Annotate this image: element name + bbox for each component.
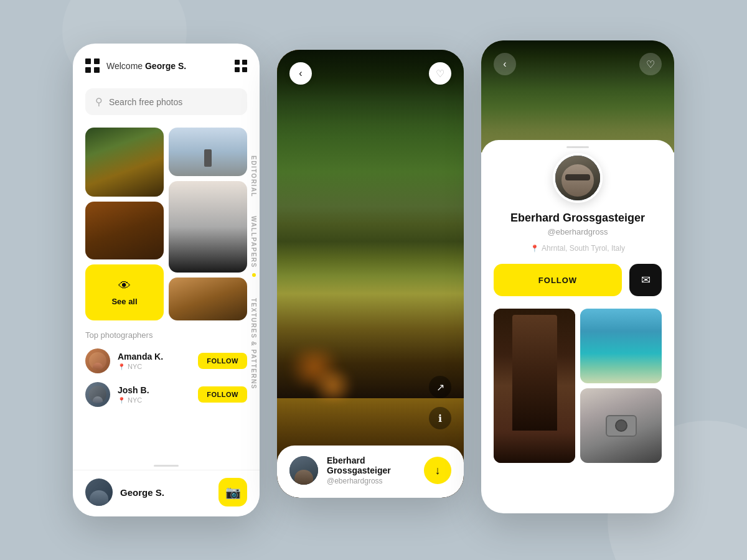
vertical-category-labels: EDITORIAL WALLPAPERS TEXTURES & PATTERNS bbox=[250, 156, 260, 390]
heart-icon: ♡ bbox=[436, 68, 444, 80]
section-title: Top photographers bbox=[85, 330, 247, 340]
search-icon: ⚲ bbox=[95, 96, 103, 108]
phone-photo-detail: ‹ ♡ ↗ ℹ Eberhard bbox=[277, 50, 464, 498]
photographer-location-1: 📍 NYC bbox=[118, 363, 190, 370]
back-icon: ‹ bbox=[299, 68, 302, 79]
message-icon: ✉ bbox=[641, 273, 651, 287]
eye-icon: 👁 bbox=[118, 279, 131, 293]
profile-avatar bbox=[553, 153, 603, 203]
top-photographers-section: Top photographers Amanda K. 📍 NYC bbox=[73, 320, 260, 423]
favorite-button[interactable]: ♡ bbox=[429, 62, 451, 85]
search-bar[interactable]: ⚲ bbox=[85, 88, 247, 115]
follow-button-1[interactable]: FOLLOW bbox=[198, 353, 247, 369]
welcome-text: Welcome George S. bbox=[106, 61, 186, 71]
phone-home: Welcome George S. ⚲ 👁 See all bbox=[73, 44, 260, 516]
profile-handle: @eberhardgross bbox=[494, 227, 662, 236]
profile-follow-button[interactable]: FOLLOW bbox=[494, 264, 622, 296]
pin-icon-2: 📍 bbox=[118, 397, 125, 404]
photos-col-right bbox=[169, 128, 247, 320]
category-editorial[interactable]: EDITORIAL bbox=[250, 156, 257, 197]
grid-menu-button[interactable] bbox=[235, 60, 247, 72]
download-icon: ↓ bbox=[435, 464, 441, 477]
photographer-avatar-1 bbox=[85, 348, 110, 373]
photo-bg: ‹ ♡ ↗ ℹ Eberhard bbox=[277, 50, 464, 498]
phone-profile: ‹ ♡ bbox=[481, 40, 674, 513]
profile-actions: FOLLOW ✉ bbox=[494, 264, 662, 296]
author-avatar bbox=[289, 456, 318, 485]
location-pin-icon: 📍 bbox=[530, 245, 539, 253]
profile-photos-grid bbox=[494, 309, 662, 468]
back-button[interactable]: ‹ bbox=[289, 62, 312, 85]
camera-button[interactable]: 📷 bbox=[218, 478, 247, 506]
heart-icon: ♡ bbox=[646, 58, 655, 70]
author-name: Eberhard Grossgasteiger bbox=[327, 455, 415, 475]
photo-city[interactable] bbox=[169, 278, 247, 320]
profile-content: Eberhard Grossgasteiger @eberhardgross 📍… bbox=[481, 140, 674, 480]
user-avatar bbox=[85, 478, 113, 506]
logo: Welcome George S. bbox=[85, 58, 186, 73]
photographer-info-1: Amanda K. 📍 NYC bbox=[118, 352, 190, 370]
photographer-location-2: 📍 NYC bbox=[118, 396, 190, 404]
photo-forest[interactable] bbox=[85, 128, 164, 197]
author-info: Eberhard Grossgasteiger @eberhardgross bbox=[327, 455, 415, 485]
profile-name: Eberhard Grossgasteiger bbox=[494, 212, 662, 225]
photos-col-left: 👁 See all bbox=[85, 128, 164, 320]
profile-location: 📍 Ahrntal, South Tyrol, Italy bbox=[494, 244, 662, 253]
profile-favorite-button[interactable]: ♡ bbox=[639, 53, 662, 75]
photo-author-card: Eberhard Grossgasteiger @eberhardgross ↓ bbox=[277, 446, 464, 498]
info-button[interactable]: ℹ bbox=[429, 407, 451, 429]
photo-autumn[interactable] bbox=[85, 202, 164, 259]
pin-icon-1: 📍 bbox=[118, 363, 125, 370]
search-input[interactable] bbox=[109, 97, 237, 107]
profile-photo-2[interactable] bbox=[580, 309, 662, 383]
photographer-info-2: Josh B. 📍 NYC bbox=[118, 385, 190, 404]
profile-photo-1[interactable] bbox=[494, 309, 575, 463]
profile-back-button[interactable]: ‹ bbox=[494, 53, 516, 75]
photo-fashion[interactable] bbox=[169, 181, 247, 273]
phones-container: Welcome George S. ⚲ 👁 See all bbox=[73, 44, 674, 516]
profile-header-bg: ‹ ♡ bbox=[481, 40, 674, 152]
share-button[interactable]: ↗ bbox=[429, 376, 451, 398]
photographer-item-2: Josh B. 📍 NYC FOLLOW bbox=[85, 382, 247, 407]
photographer-item-1: Amanda K. 📍 NYC FOLLOW bbox=[85, 348, 247, 373]
photos-grid: 👁 See all bbox=[73, 128, 260, 320]
photo-bike[interactable] bbox=[169, 128, 247, 176]
back-icon: ‹ bbox=[503, 58, 506, 70]
profile-avatar-wrap bbox=[494, 153, 662, 203]
active-dot bbox=[252, 273, 256, 277]
current-username: George S. bbox=[120, 487, 211, 498]
author-handle: @eberhardgross bbox=[327, 477, 415, 485]
profile-photo-3[interactable] bbox=[580, 388, 662, 463]
category-textures[interactable]: TEXTURES & PATTERNS bbox=[250, 298, 257, 390]
photographer-name-2: Josh B. bbox=[118, 385, 190, 395]
camera-icon: 📷 bbox=[225, 485, 241, 500]
see-all-label: See all bbox=[111, 297, 137, 306]
info-icon: ℹ bbox=[438, 413, 442, 424]
category-wallpapers[interactable]: WALLPAPERS bbox=[250, 216, 257, 268]
download-button[interactable]: ↓ bbox=[424, 457, 451, 484]
see-all-button[interactable]: 👁 See all bbox=[85, 264, 164, 320]
bottom-bar: George S. 📷 bbox=[73, 470, 260, 516]
unsplash-logo-icon bbox=[85, 58, 100, 73]
profile-message-button[interactable]: ✉ bbox=[629, 264, 662, 296]
scroll-indicator bbox=[154, 465, 179, 467]
photographer-avatar-2 bbox=[85, 382, 110, 407]
phone1-header: Welcome George S. bbox=[73, 44, 260, 83]
follow-button-2[interactable]: FOLLOW bbox=[198, 386, 247, 403]
top-gradient bbox=[277, 50, 464, 124]
photographer-name-1: Amanda K. bbox=[118, 352, 190, 362]
share-icon: ↗ bbox=[436, 381, 444, 393]
